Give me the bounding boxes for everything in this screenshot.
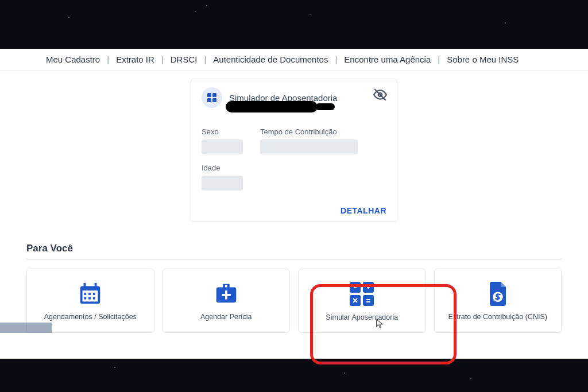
detalhar-link[interactable]: DETALHAR <box>341 206 386 215</box>
tile-simular-aposentadoria[interactable]: Simular Aposentadoria <box>298 269 426 333</box>
value-idade <box>202 176 243 191</box>
nav-separator: | <box>107 55 109 64</box>
svg-rect-5 <box>95 283 97 289</box>
nav-sobre[interactable]: Sobre o Meu INSS <box>447 55 519 64</box>
nav-drsci[interactable]: DRSCI <box>171 55 198 64</box>
top-nav: Meu Cadastro | Extrato IR | DRSCI | Aute… <box>0 49 588 71</box>
nav-autenticidade[interactable]: Autenticidade de Documentos <box>213 55 328 64</box>
grid-apps-icon <box>202 87 222 108</box>
calendar-icon <box>77 281 103 307</box>
tile-label: Agendamentos / Solicitações <box>44 313 137 321</box>
value-tempo <box>260 139 358 154</box>
svg-rect-11 <box>93 297 95 300</box>
svg-rect-18 <box>368 286 369 289</box>
svg-rect-22 <box>366 301 370 302</box>
svg-rect-3 <box>83 290 98 301</box>
label-idade: Idade <box>202 164 386 172</box>
nav-encontre-agencia[interactable]: Encontre uma Agência <box>344 55 431 64</box>
section-title-para-voce: Para Você <box>26 243 565 254</box>
nav-separator: | <box>335 55 337 64</box>
svg-rect-21 <box>366 299 370 300</box>
svg-rect-8 <box>93 293 95 295</box>
svg-rect-7 <box>88 293 91 295</box>
svg-rect-9 <box>84 297 87 300</box>
mouse-cursor-icon <box>375 319 385 329</box>
tile-label: Agendar Perícia <box>200 313 252 321</box>
redacted-text <box>226 101 318 112</box>
medical-bag-icon <box>213 281 239 307</box>
value-sexo <box>202 139 243 154</box>
visibility-off-icon[interactable] <box>373 87 388 104</box>
card-fields-row: Sexo Tempo de Contribuição <box>202 127 386 154</box>
tiles-row: Agendamentos / Solicitações Agendar Perí… <box>23 269 565 333</box>
svg-rect-6 <box>84 293 87 295</box>
section-divider <box>26 259 562 259</box>
svg-rect-15 <box>354 287 357 288</box>
nav-separator: | <box>161 55 164 64</box>
document-money-icon <box>486 281 510 307</box>
tile-agendar-pericia[interactable]: Agendar Perícia <box>163 269 291 333</box>
svg-rect-20 <box>363 295 374 306</box>
label-tempo: Tempo de Contribuição <box>260 127 358 136</box>
bottom-left-accent <box>0 323 52 333</box>
app-page: Meu Cadastro | Extrato IR | DRSCI | Aute… <box>0 49 588 359</box>
tile-label: Extrato de Contribuição (CNIS) <box>448 313 547 321</box>
tile-extrato-cnis[interactable]: Extrato de Contribuição (CNIS) <box>434 269 562 333</box>
nav-meu-cadastro[interactable]: Meu Cadastro <box>46 55 100 64</box>
nav-separator: | <box>204 55 206 64</box>
field-sexo: Sexo <box>202 127 243 154</box>
field-idade: Idade <box>202 164 386 191</box>
svg-rect-13 <box>222 294 230 296</box>
simulador-card: Simulador de Aposentadoria Sexo Tempo de… <box>191 79 397 222</box>
field-tempo: Tempo de Contribuição <box>260 127 358 154</box>
label-sexo: Sexo <box>202 127 243 136</box>
tile-label: Simular Aposentadoria <box>326 313 398 321</box>
nav-separator: | <box>438 55 440 64</box>
svg-rect-10 <box>88 297 91 300</box>
content-area: Simulador de Aposentadoria Sexo Tempo de… <box>0 79 588 333</box>
calculator-icon <box>348 280 376 308</box>
svg-rect-4 <box>84 283 86 289</box>
card-action-row: DETALHAR <box>202 205 386 216</box>
nav-extrato-ir[interactable]: Extrato IR <box>116 55 154 64</box>
